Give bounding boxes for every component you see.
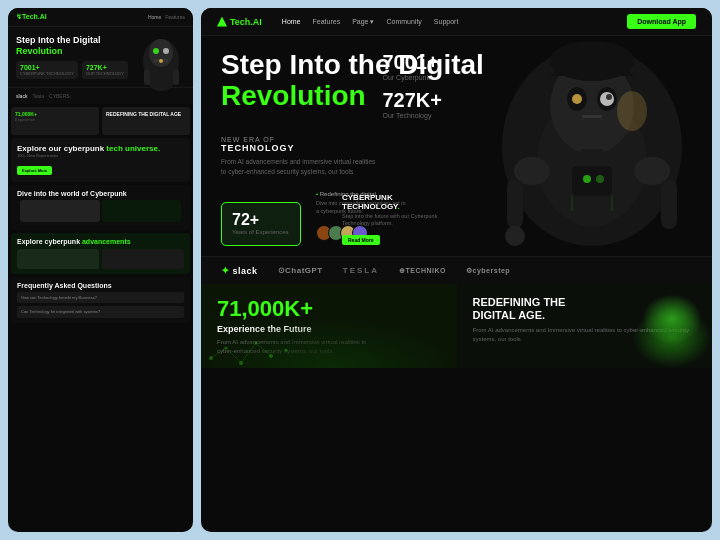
brand-chatgpt: ⊙ChatGPT [278, 266, 323, 275]
svg-point-16 [606, 94, 612, 100]
mobile-explore-title: Explore our cyberpunk tech universe. [17, 144, 184, 153]
svg-point-14 [572, 94, 582, 104]
nav-features: Features [313, 18, 341, 26]
svg-line-40 [256, 343, 271, 356]
brand-slack: ✦ slack [221, 265, 258, 276]
nav-page: Page ▾ [352, 18, 374, 26]
desktop-nav: Tech.AI Home Features Page ▾ Community S… [201, 8, 712, 36]
mobile-explore-section: Explore our cyberpunk tech universe. 100… [11, 138, 190, 182]
svg-line-38 [226, 348, 241, 363]
svg-line-37 [211, 348, 226, 358]
mobile-stat-cyberpunk: 7001+ CYBERPUNK TECHNOLOGY [16, 61, 78, 79]
desktop-brands-bar: ✦ slack ⊙ChatGPT TESLA ⊕TECHNIKO ⚙cybers… [201, 256, 712, 284]
desktop-card-redefining: REDEFINING THE DIGITAL AGE. From AI adva… [457, 284, 713, 368]
mobile-nav-links: Home Features [148, 14, 185, 20]
mobile-advancements-title: Explore cyberpunk advancements [17, 238, 184, 245]
read-more-button[interactable]: Read More [342, 235, 380, 245]
mobile-faq-item-2: Can Technology be integrated with system… [17, 306, 184, 318]
mobile-nav: ↯Tech.AI Home Features [8, 8, 193, 27]
mobile-stat-tech: 727K+ OUR TECHNOLOGY [82, 61, 128, 79]
svg-rect-18 [580, 149, 604, 164]
svg-rect-7 [173, 69, 179, 85]
cyberpunk-tech-title: CYBERPUNKTECHNOLOGY. [342, 193, 442, 211]
svg-point-25 [583, 175, 591, 183]
mobile-advancements-section: Explore cyberpunk advancements [11, 233, 190, 274]
mobile-nav-home: Home [148, 14, 161, 20]
desktop-cyberpunk-box: CYBERPUNKTECHNOLOGY. Step into the futur… [342, 193, 442, 246]
desktop-logo: Tech.AI [217, 17, 262, 27]
svg-rect-23 [661, 179, 677, 229]
nav-home: Home [282, 18, 301, 26]
desktop-card-future: 71,000K+ Experience the Future From AI a… [201, 284, 457, 368]
svg-point-8 [159, 59, 163, 63]
mobile-card-2: REDEFINING THE DIGITAL AGE [102, 107, 190, 135]
svg-point-26 [596, 175, 604, 183]
download-app-button[interactable]: Download App [627, 14, 696, 29]
svg-point-36 [285, 349, 288, 352]
mobile-dive-section: Dive into the world of Cyberpunk [11, 185, 190, 230]
svg-rect-24 [572, 166, 612, 196]
desktop-robot-illustration [452, 36, 692, 256]
mobile-feature-cards: 71,000K+ Experience REDEFINING THE DIGIT… [11, 107, 190, 135]
mobile-dive-cards [20, 200, 181, 222]
mobile-explore-btn[interactable]: Explore More [17, 166, 52, 175]
mobile-card-1: 71,000K+ Experience [11, 107, 99, 135]
mobile-hero: Step Into the Digital Revolution [8, 27, 193, 87]
nav-support: Support [434, 18, 459, 26]
svg-point-27 [617, 91, 647, 131]
desktop-bottom-cards: 71,000K+ Experience the Future From AI a… [201, 284, 712, 368]
mobile-logo: ↯Tech.AI [16, 13, 47, 21]
logo-icon [217, 17, 227, 27]
mobile-preview: ↯Tech.AI Home Features Step Into the Dig… [8, 8, 193, 532]
brand-cyberstep: ⚙cyberstep [466, 267, 510, 275]
svg-line-39 [241, 343, 256, 363]
svg-point-5 [147, 67, 175, 91]
mobile-faq-section: Frequently Asked Questions How can Techn… [11, 277, 190, 323]
brand-tesla: TESLA [343, 266, 379, 275]
svg-point-3 [163, 48, 169, 54]
desktop-hero: Step Into the Digital Revolution 7001+ O… [201, 36, 712, 256]
desktop-preview: Tech.AI Home Features Page ▾ Community S… [201, 8, 712, 532]
mobile-faq-item-1: How can Technology benefit my Business? [17, 292, 184, 304]
mobile-nav-features: Features [165, 14, 185, 20]
brand-techniko: ⊕TECHNIKO [399, 267, 446, 275]
desktop-experience-box: 72+ Years of Experiences [221, 202, 301, 246]
svg-rect-20 [507, 179, 523, 229]
svg-rect-6 [144, 69, 150, 85]
svg-point-2 [153, 48, 159, 54]
svg-point-21 [505, 226, 525, 246]
svg-rect-17 [582, 115, 602, 118]
nav-community: Community [386, 18, 421, 26]
desktop-new-era: NEW ERA OF TECHNOLOGY From AI advancemen… [221, 136, 381, 177]
mobile-robot-illustration [134, 31, 189, 96]
desktop-nav-links: Home Features Page ▾ Community Support [282, 18, 607, 26]
desktop-hero-title: Step Into the Digital Revolution [221, 50, 484, 112]
